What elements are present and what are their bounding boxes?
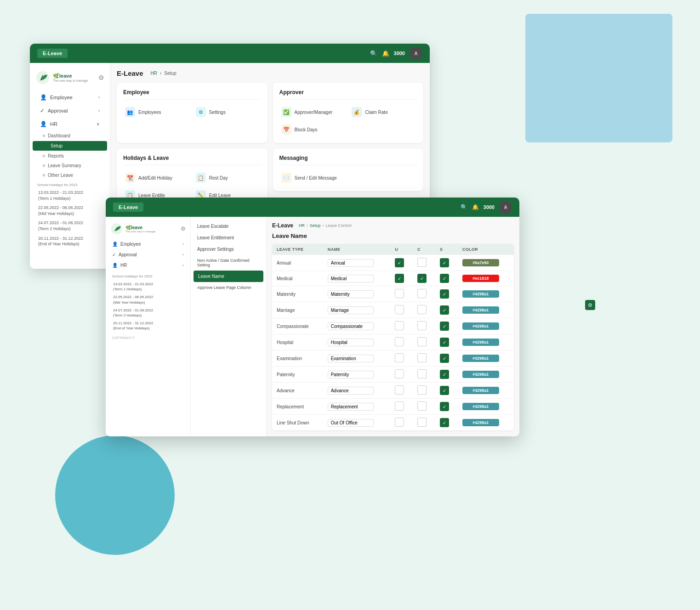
- brand-button-2[interactable]: E-Leave: [113, 203, 143, 212]
- color-annual[interactable]: #6a7e50: [462, 259, 499, 266]
- name-input-medical[interactable]: [328, 275, 374, 282]
- checkbox-c-paternity[interactable]: [417, 369, 427, 378]
- lc-leave-name[interactable]: Leave Name: [193, 271, 263, 282]
- checkbox-c-lineshutdown[interactable]: [417, 418, 427, 427]
- sidebar-item-employee-2[interactable]: 👤 Employee ›: [106, 239, 190, 249]
- card-item-employees[interactable]: 👥 Employees: [123, 105, 190, 119]
- checkbox-s-advance[interactable]: ✓: [440, 386, 449, 395]
- holiday-item-1[interactable]: 13.03.2022 - 21.03.2022 (Term 1 Holidays…: [30, 188, 110, 203]
- name-input-examination[interactable]: [328, 355, 374, 362]
- lc-leave-escalate[interactable]: Leave Escalate: [191, 220, 266, 232]
- checkbox-u-paternity[interactable]: [395, 369, 404, 378]
- holiday-item-2-3[interactable]: 24.07.2022 - 01.08.2022(Term 2 Holidays): [106, 306, 190, 319]
- card-item-settings[interactable]: ⚙ Settings: [194, 105, 261, 119]
- sidebar-sub-setup-1[interactable]: Setup: [33, 141, 107, 151]
- checkbox-c-annual[interactable]: [417, 258, 427, 267]
- color-paternity[interactable]: #4298a1: [462, 371, 499, 378]
- search-icon-2[interactable]: 🔍: [461, 204, 467, 210]
- brand-button-1[interactable]: E-Leave: [37, 49, 68, 58]
- card-item-rest-day[interactable]: 📋 Rest Day: [194, 171, 261, 185]
- breadcrumb-hr-2[interactable]: HR: [299, 223, 305, 228]
- checkbox-u-medical[interactable]: ✓: [395, 274, 404, 283]
- bell-icon[interactable]: 🔔: [382, 50, 389, 57]
- card-item-add-holiday[interactable]: 📆 Add/Edit Holiday: [123, 171, 190, 185]
- name-input-marriage[interactable]: [328, 306, 374, 314]
- checkbox-s-lineshutdown[interactable]: ✓: [440, 418, 449, 427]
- checkbox-s-paternity[interactable]: ✓: [440, 370, 449, 379]
- checkbox-s-examination[interactable]: ✓: [440, 354, 449, 363]
- sidebar-settings-icon-2[interactable]: ⚙: [181, 226, 186, 232]
- checkbox-u-compassionate[interactable]: [395, 321, 404, 330]
- lc-leave-entitlement[interactable]: Leave Entitlement: [191, 232, 266, 243]
- name-input-annual[interactable]: [328, 259, 374, 267]
- name-input-compassionate[interactable]: [328, 322, 374, 330]
- color-compassionate[interactable]: #4298a1: [462, 322, 499, 330]
- checkbox-c-replacement[interactable]: [417, 401, 427, 411]
- sidebar-item-hr-1[interactable]: 👤 HR ∨: [33, 118, 107, 130]
- color-advance[interactable]: #4298a1: [462, 387, 499, 394]
- checkbox-c-examination[interactable]: [417, 353, 427, 362]
- sidebar-item-approval-2[interactable]: ✓ Approval ›: [106, 249, 190, 260]
- name-input-lineshutdown[interactable]: [328, 419, 374, 427]
- card-item-approver-manager[interactable]: ✅ Approver/Manager: [279, 105, 347, 119]
- lc-approver-settings[interactable]: Approver Settings: [191, 243, 266, 255]
- checkbox-u-examination[interactable]: [395, 353, 404, 362]
- name-input-paternity[interactable]: [328, 371, 374, 378]
- color-replacement[interactable]: #4298a1: [462, 403, 499, 410]
- checkbox-c-hospital[interactable]: [417, 337, 427, 346]
- search-icon[interactable]: 🔍: [370, 50, 377, 57]
- checkbox-s-marriage[interactable]: ✓: [440, 305, 449, 315]
- bell-icon-2[interactable]: 🔔: [472, 204, 479, 210]
- color-medical[interactable]: #ec1818: [462, 275, 499, 282]
- name-input-replacement[interactable]: [328, 403, 374, 411]
- card-item-claim-rate[interactable]: 💰 Claim Rate: [350, 105, 417, 119]
- holiday-item-4[interactable]: 20.11.2022 - 31.12.2022 (End of Year Hol…: [30, 234, 110, 249]
- name-input-hospital[interactable]: [328, 339, 374, 346]
- name-input-advance[interactable]: [328, 387, 374, 395]
- checkbox-u-hospital[interactable]: [395, 337, 404, 346]
- checkbox-c-compassionate[interactable]: [417, 321, 427, 330]
- sidebar-item-employee-1[interactable]: 👤 Employee ›: [33, 91, 107, 104]
- checkbox-s-hospital[interactable]: ✓: [440, 338, 449, 347]
- sidebar-sub-leavesummary-1[interactable]: Leave Summary: [30, 161, 110, 170]
- checkbox-c-advance[interactable]: [417, 385, 427, 395]
- avatar-1[interactable]: A: [410, 47, 422, 60]
- color-marriage[interactable]: #4298a1: [462, 306, 499, 314]
- checkbox-c-maternity[interactable]: [417, 289, 427, 298]
- sidebar-sub-dashboard-1[interactable]: Dashboard: [30, 131, 110, 141]
- color-lineshutdown[interactable]: #4298a1: [462, 419, 499, 426]
- checkbox-u-annual[interactable]: ✓: [395, 258, 404, 267]
- holiday-item-2-1[interactable]: 13.03.2022 - 21.03.2022(Term 1 Holidays): [106, 280, 190, 293]
- checkbox-u-maternity[interactable]: [395, 289, 404, 298]
- checkbox-s-annual[interactable]: ✓: [440, 258, 449, 267]
- checkbox-u-replacement[interactable]: [395, 401, 404, 411]
- holiday-item-2[interactable]: 22.05.2022 - 06.06.2022 (Mid Year Holida…: [30, 203, 110, 218]
- sidebar-sub-reports-1[interactable]: Reports: [30, 151, 110, 161]
- checkbox-s-medical[interactable]: ✓: [440, 274, 449, 283]
- checkbox-c-marriage[interactable]: [417, 305, 427, 314]
- checkbox-c-medical[interactable]: ✓: [417, 274, 427, 283]
- sidebar-item-hr-2[interactable]: 👤 HR ›: [106, 260, 190, 271]
- avatar-2[interactable]: A: [499, 201, 512, 214]
- checkbox-u-marriage[interactable]: [395, 305, 404, 314]
- color-hospital[interactable]: #4298a1: [462, 339, 499, 346]
- color-maternity[interactable]: #4298a1: [462, 290, 499, 298]
- card-item-block-days[interactable]: 📅 Block Days: [279, 123, 347, 136]
- color-examination[interactable]: #4298a1: [462, 355, 499, 362]
- name-input-maternity[interactable]: [328, 290, 374, 298]
- checkbox-s-compassionate[interactable]: ✓: [440, 322, 449, 331]
- breadcrumb-hr-1[interactable]: HR: [151, 71, 157, 76]
- card-item-send-message[interactable]: ✉️ Send / Edit Message: [279, 171, 347, 185]
- holiday-item-2-2[interactable]: 22.05.2022 - 06.06.2022(Mid Year Holiday…: [106, 293, 190, 306]
- checkbox-s-maternity[interactable]: ✓: [440, 289, 449, 299]
- sidebar-sub-otherleave-1[interactable]: Other Leave: [30, 170, 110, 180]
- checkbox-u-advance[interactable]: [395, 385, 404, 395]
- holiday-item-2-4[interactable]: 20.11.2022 - 31.12.2022(End of Year Holi…: [106, 319, 190, 332]
- holiday-item-3[interactable]: 24.07.2022 - 01.08.2022 (Term 2 Holidays…: [30, 218, 110, 233]
- checkbox-u-lineshutdown[interactable]: [395, 418, 404, 427]
- sidebar-settings-icon-1[interactable]: ⚙: [98, 74, 104, 81]
- lc-non-active[interactable]: Non Active / Date Confirmed Setting: [191, 255, 266, 271]
- lc-approve-leave-page[interactable]: Approve Leave Page Column: [191, 282, 266, 293]
- breadcrumb-setup-2[interactable]: Setup: [310, 223, 321, 228]
- sidebar-item-approval-1[interactable]: ✓ Approval ›: [33, 104, 107, 117]
